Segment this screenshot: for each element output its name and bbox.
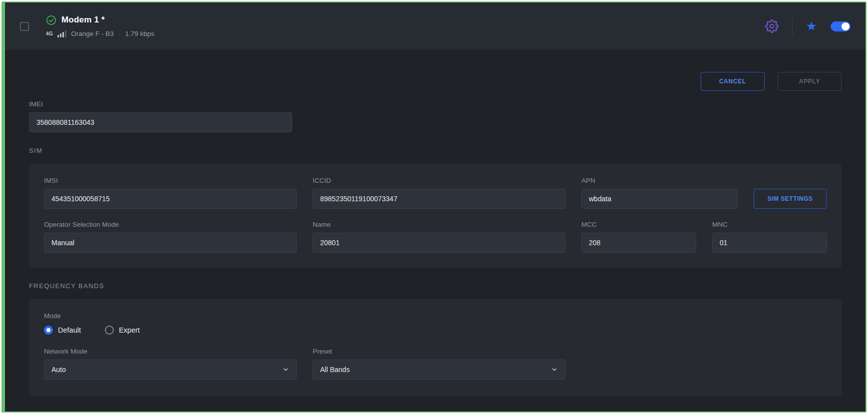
mnc-input[interactable]	[712, 233, 827, 253]
preset-label: Preset	[313, 348, 565, 355]
iccid-field: ICCID	[313, 177, 565, 209]
sim-row-1: IMSI ICCID APN SIM SETTINGS	[44, 177, 827, 209]
preset-selected-value: All Bands	[320, 366, 350, 374]
network-mode-label: Network Mode	[44, 348, 297, 355]
imei-label: IMEI	[29, 100, 292, 108]
mnc-label: MNC	[712, 221, 827, 228]
preset-field: Preset All Bands	[313, 348, 565, 380]
apn-input[interactable]	[581, 189, 738, 209]
modem-title-block: Modem 1 * 4G Orange F - B3 · 1.79 kbps	[46, 15, 154, 38]
modem-select-checkbox[interactable]	[20, 22, 29, 31]
network-tech-label: 4G	[46, 31, 53, 36]
favorite-star-icon[interactable]: ★	[806, 20, 817, 32]
imei-input[interactable]	[29, 112, 292, 132]
form-actions: CANCEL APPLY	[29, 72, 842, 91]
network-mode-selected-value: Auto	[51, 366, 66, 374]
chevron-down-icon	[282, 366, 289, 373]
mode-radio-expert[interactable]: Expert	[105, 326, 140, 335]
page: Modem 1 * 4G Orange F - B3 · 1.79 kbps ★	[0, 0, 868, 414]
network-mode-field: Network Mode Auto	[44, 348, 297, 380]
settings-gear-icon[interactable]	[765, 19, 779, 33]
sim-settings-button[interactable]: SIM SETTINGS	[754, 189, 827, 209]
network-mode-select[interactable]: Auto	[44, 360, 297, 380]
mcc-label: MCC	[581, 221, 696, 228]
modem-title: Modem 1 *	[61, 15, 105, 25]
mode-radio-group: Default Expert	[44, 326, 827, 335]
apn-field: APN	[581, 177, 738, 209]
name-input[interactable]	[313, 233, 565, 253]
signal-strength-icon	[57, 30, 66, 37]
radio-selected-icon	[44, 326, 53, 335]
apply-button[interactable]: APPLY	[778, 72, 842, 91]
mode-label: Mode	[44, 312, 827, 320]
operator-selection-mode-input[interactable]	[44, 233, 297, 253]
name-label: Name	[313, 221, 565, 228]
mcc-field: MCC	[581, 221, 696, 253]
name-field: Name	[313, 221, 565, 253]
toggle-knob	[842, 22, 850, 30]
imsi-input[interactable]	[44, 189, 297, 209]
separator-dot: ·	[118, 30, 121, 38]
apn-label: APN	[581, 177, 738, 184]
cancel-button[interactable]: CANCEL	[701, 72, 765, 91]
mode-radio-expert-label: Expert	[119, 326, 140, 334]
header-actions: ★	[765, 17, 851, 36]
mode-radio-default[interactable]: Default	[44, 326, 81, 335]
preset-select[interactable]: All Bands	[313, 360, 565, 380]
imei-field: IMEI	[29, 100, 292, 132]
operator-band-label: Orange F - B3	[71, 30, 114, 37]
title-row: Modem 1 *	[46, 15, 154, 25]
modem-settings-body: CANCEL APPLY IMEI SIM IMSI ICCID	[5, 50, 866, 412]
modem-card: Modem 1 * 4G Orange F - B3 · 1.79 kbps ★	[1, 1, 867, 413]
status-row: 4G Orange F - B3 · 1.79 kbps	[46, 30, 154, 38]
sim-row-2: Operator Selection Mode Name MCC MNC	[44, 221, 827, 253]
imsi-label: IMSI	[44, 177, 297, 184]
operator-selection-mode-field: Operator Selection Mode	[44, 221, 297, 253]
frequency-bands-section-label: FREQUENCY BANDS	[29, 282, 842, 290]
operator-selection-mode-label: Operator Selection Mode	[44, 221, 297, 228]
radio-unselected-icon	[105, 326, 114, 335]
imsi-field: IMSI	[44, 177, 297, 209]
modem-enable-toggle[interactable]	[831, 21, 851, 31]
header-divider	[792, 17, 793, 36]
iccid-label: ICCID	[313, 177, 565, 184]
mode-radio-default-label: Default	[58, 326, 81, 334]
mcc-input[interactable]	[581, 233, 696, 253]
frequency-bands-row: Network Mode Auto Preset All Bands	[44, 348, 827, 380]
iccid-input[interactable]	[313, 189, 565, 209]
data-rate-label: 1.79 kbps	[125, 30, 155, 37]
status-connected-icon	[46, 15, 56, 25]
mnc-field: MNC	[712, 221, 827, 253]
header: Modem 1 * 4G Orange F - B3 · 1.79 kbps ★	[5, 2, 866, 50]
frequency-bands-panel: Mode Default Expert Network Mode	[29, 299, 842, 397]
chevron-down-icon	[551, 366, 558, 373]
sim-panel: IMSI ICCID APN SIM SETTINGS Op	[29, 164, 842, 268]
sim-section-label: SIM	[29, 147, 842, 154]
